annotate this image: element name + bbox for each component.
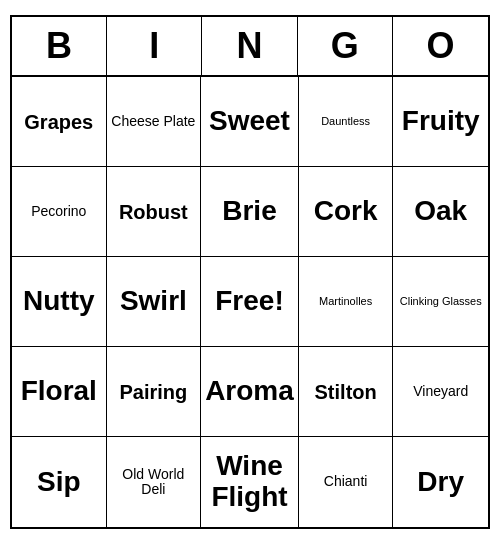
cell-text: Aroma: [205, 376, 294, 407]
cell-text: Fruity: [402, 106, 480, 137]
cell-text: Old World Deli: [111, 467, 197, 498]
cell-text: Dry: [417, 467, 464, 498]
bingo-cell: Chianti: [299, 437, 394, 527]
cell-text: Clinking Glasses: [400, 295, 482, 307]
header-letter: I: [107, 17, 202, 75]
bingo-card: BINGO GrapesCheese PlateSweetDauntlessFr…: [10, 15, 490, 529]
cell-text: Floral: [21, 376, 97, 407]
bingo-cell: Grapes: [12, 77, 107, 167]
cell-text: Brie: [222, 196, 276, 227]
bingo-cell: Martinolles: [299, 257, 394, 347]
header-letter: N: [202, 17, 297, 75]
cell-text: Cork: [314, 196, 378, 227]
bingo-cell: Aroma: [201, 347, 299, 437]
header-letter: B: [12, 17, 107, 75]
bingo-cell: Pairing: [107, 347, 202, 437]
bingo-cell: Floral: [12, 347, 107, 437]
bingo-cell: Old World Deli: [107, 437, 202, 527]
header-letter: O: [393, 17, 488, 75]
cell-text: Grapes: [24, 111, 93, 133]
cell-text: Nutty: [23, 286, 95, 317]
cell-text: Wine Flight: [205, 451, 294, 513]
bingo-cell: Nutty: [12, 257, 107, 347]
cell-text: Free!: [215, 286, 283, 317]
bingo-cell: Cheese Plate: [107, 77, 202, 167]
bingo-cell: Dry: [393, 437, 488, 527]
bingo-cell: Oak: [393, 167, 488, 257]
bingo-grid: GrapesCheese PlateSweetDauntlessFruityPe…: [12, 77, 488, 527]
bingo-cell: Swirl: [107, 257, 202, 347]
cell-text: Martinolles: [319, 295, 372, 307]
bingo-header: BINGO: [12, 17, 488, 77]
bingo-cell: Pecorino: [12, 167, 107, 257]
cell-text: Robust: [119, 201, 188, 223]
bingo-cell: Vineyard: [393, 347, 488, 437]
bingo-cell: Dauntless: [299, 77, 394, 167]
cell-text: Stilton: [315, 381, 377, 403]
bingo-cell: Fruity: [393, 77, 488, 167]
cell-text: Sweet: [209, 106, 290, 137]
bingo-cell: Brie: [201, 167, 299, 257]
bingo-cell: Robust: [107, 167, 202, 257]
header-letter: G: [298, 17, 393, 75]
bingo-cell: Sweet: [201, 77, 299, 167]
bingo-cell: Sip: [12, 437, 107, 527]
cell-text: Oak: [414, 196, 467, 227]
cell-text: Swirl: [120, 286, 187, 317]
cell-text: Dauntless: [321, 115, 370, 127]
bingo-cell: Stilton: [299, 347, 394, 437]
cell-text: Pecorino: [31, 204, 86, 219]
bingo-cell: Clinking Glasses: [393, 257, 488, 347]
cell-text: Cheese Plate: [111, 114, 195, 129]
bingo-cell: Cork: [299, 167, 394, 257]
cell-text: Pairing: [119, 381, 187, 403]
cell-text: Chianti: [324, 474, 368, 489]
cell-text: Vineyard: [413, 384, 468, 399]
bingo-cell: Free!: [201, 257, 299, 347]
cell-text: Sip: [37, 467, 81, 498]
bingo-cell: Wine Flight: [201, 437, 299, 527]
